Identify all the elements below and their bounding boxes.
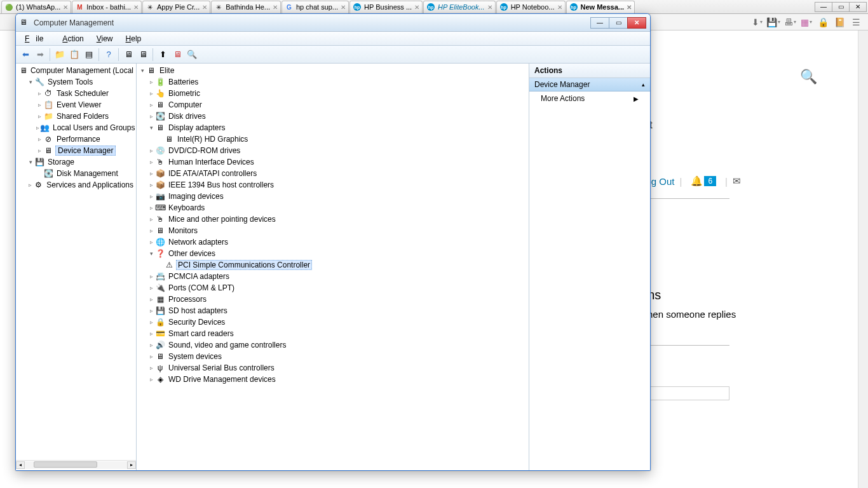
page-scrollbar[interactable]: [858, 30, 868, 488]
cm-minimize-button[interactable]: —: [590, 17, 609, 29]
device-item[interactable]: ⚠PCI Simple Communications Controller: [156, 259, 529, 271]
download-icon[interactable]: ⬇▾: [750, 16, 764, 29]
expand-icon[interactable]: ▹: [36, 136, 43, 142]
search-icon[interactable]: 🔍: [800, 69, 817, 85]
device-category[interactable]: ▹👆Biometric: [147, 88, 529, 99]
expand-icon[interactable]: ▹: [148, 376, 154, 383]
device-root[interactable]: ▾🖥Elite: [138, 65, 529, 76]
device-category[interactable]: ▹🔊Sound, video and game controllers: [147, 339, 529, 351]
device-category[interactable]: ▹🖥Computer: [147, 99, 529, 111]
tree-item-shared-folders[interactable]: ▹📁Shared Folders: [35, 111, 136, 122]
scan-button[interactable]: 🖥: [121, 48, 135, 62]
expand-icon[interactable]: ▹: [36, 90, 43, 97]
device-category[interactable]: ▾🖥Display adapters: [147, 122, 529, 133]
device-category[interactable]: ▹🖥Monitors: [147, 225, 529, 236]
device-category[interactable]: ▹📇PCMCIA adapters: [147, 271, 529, 282]
device-category[interactable]: ▹🖥System devices: [147, 351, 529, 362]
forward-button[interactable]: ➡: [33, 48, 47, 62]
print-icon[interactable]: 🖶▾: [783, 16, 797, 29]
device-category[interactable]: ▹🌐Network adapters: [147, 236, 529, 248]
browser-tab[interactable]: hpHP EliteBook...✕: [423, 1, 496, 13]
device-item[interactable]: 🖥Intel(R) HD Graphics: [156, 133, 529, 145]
cm-maximize-button[interactable]: ▭: [609, 17, 628, 29]
device-category[interactable]: ▹💳Smart card readers: [147, 328, 529, 339]
expand-icon[interactable]: ▹: [148, 205, 154, 211]
expand-icon[interactable]: ▾: [139, 67, 146, 74]
tab-close-icon[interactable]: ✕: [273, 4, 278, 11]
browser-tab[interactable]: hpHP Noteboo...✕: [496, 1, 566, 13]
menu-help[interactable]: Help: [119, 33, 148, 44]
browser-tab[interactable]: Ghp chat sup...✕: [281, 1, 349, 13]
device-category[interactable]: ▹📦IDE ATA/ATAPI controllers: [147, 168, 529, 179]
device-category[interactable]: ▹🖱Human Interface Devices: [147, 156, 529, 168]
grid-icon[interactable]: ▦▾: [799, 16, 813, 29]
menu-file[interactable]: File: [18, 33, 56, 44]
expand-icon[interactable]: ▾: [27, 79, 34, 85]
menu-icon[interactable]: ☰: [849, 16, 863, 29]
cm-close-button[interactable]: ✕: [627, 17, 646, 29]
browser-tab[interactable]: 🟢(1) WhatsAp...✕: [1, 1, 71, 13]
tab-close-icon[interactable]: ✕: [202, 4, 207, 11]
device-category[interactable]: ▹🖱Mice and other pointing devices: [147, 214, 529, 225]
expand-icon[interactable]: ▹: [148, 239, 154, 245]
expand-icon[interactable]: ▹: [148, 273, 154, 280]
device-category[interactable]: ▹⌨Keyboards: [147, 202, 529, 214]
expand-icon[interactable]: ▹: [36, 113, 43, 119]
uninstall-button[interactable]: 🖥: [170, 48, 184, 62]
device-category[interactable]: ▹▦Processors: [147, 294, 529, 305]
device-category[interactable]: ▹📦IEEE 1394 Bus host controllers: [147, 179, 529, 191]
expand-icon[interactable]: ▹: [148, 319, 154, 325]
expand-icon[interactable]: ▹: [36, 102, 43, 108]
more-actions-item[interactable]: More Actions ▶: [529, 92, 650, 105]
expand-icon[interactable]: ▹: [148, 170, 154, 177]
tree-system-tools[interactable]: ▾🔧System Tools: [26, 76, 136, 88]
device-category[interactable]: ▹🔒Security Devices: [147, 316, 529, 328]
tab-close-icon[interactable]: ✕: [341, 4, 346, 11]
expand-icon[interactable]: ▾: [148, 250, 154, 257]
browser-tab[interactable]: hpHP Business ...✕: [349, 1, 423, 13]
show-hide-tree-button[interactable]: 📋: [67, 48, 81, 62]
lock-icon[interactable]: 🔒: [816, 16, 830, 29]
device-category[interactable]: ▹💿DVD/CD-ROM drives: [147, 145, 529, 156]
expand-icon[interactable]: ▹: [148, 79, 154, 85]
tree-item-local-users-and-groups[interactable]: ▹👥Local Users and Groups: [35, 122, 136, 133]
device-category[interactable]: ▹🔌Ports (COM & LPT): [147, 282, 529, 294]
expand-icon[interactable]: ▾: [27, 159, 34, 165]
device-category[interactable]: ▹📷Imaging devices: [147, 191, 529, 202]
expand-icon[interactable]: ▹: [148, 113, 154, 119]
mail-icon[interactable]: ✉: [733, 175, 741, 187]
expand-icon[interactable]: ▹: [148, 342, 154, 348]
expand-icon[interactable]: ▾: [148, 125, 154, 131]
back-button[interactable]: ⬅: [18, 48, 32, 62]
up-button[interactable]: 📁: [53, 48, 67, 62]
device-category[interactable]: ▹💾SD host adapters: [147, 305, 529, 316]
os-maximize-button[interactable]: ▭: [832, 2, 850, 12]
actions-context[interactable]: Device Manager ▴: [529, 78, 650, 92]
cm-titlebar[interactable]: 🖥 Computer Management — ▭ ✕: [16, 14, 650, 32]
tree-item-task-scheduler[interactable]: ▹⏱Task Scheduler: [35, 88, 136, 99]
bookmark-icon[interactable]: 📔: [832, 16, 846, 29]
notification-bell[interactable]: 🔔 6: [691, 175, 716, 187]
tree-item-performance[interactable]: ▹⊘Performance: [35, 133, 136, 145]
expand-icon[interactable]: ▹: [148, 102, 154, 108]
menu-action[interactable]: Action: [56, 33, 90, 44]
tab-close-icon[interactable]: ✕: [414, 4, 419, 11]
tree-item-device-manager[interactable]: ▹🖥Device Manager: [35, 145, 136, 156]
os-close-button[interactable]: ✕: [849, 2, 867, 12]
tree-item-event-viewer[interactable]: ▹📋Event Viewer: [35, 99, 136, 111]
device-category[interactable]: ▹🔋Batteries: [147, 76, 529, 88]
scan-hardware-button[interactable]: 🔍: [185, 48, 199, 62]
tree-root[interactable]: 🖥Computer Management (Local: [17, 65, 136, 76]
left-horizontal-scrollbar[interactable]: ◂▸: [16, 460, 136, 469]
expand-icon[interactable]: ▹: [148, 216, 154, 222]
device-category[interactable]: ▹💽Disk drives: [147, 111, 529, 122]
expand-icon[interactable]: ▹: [148, 285, 154, 291]
tree-services[interactable]: ▹⚙Services and Applications: [26, 179, 136, 191]
os-minimize-button[interactable]: —: [815, 2, 832, 12]
device-category[interactable]: ▹ψUniversal Serial Bus controllers: [147, 362, 529, 374]
enable-button[interactable]: 🖥: [136, 48, 150, 62]
expand-icon[interactable]: ▹: [148, 296, 154, 302]
tree-item-disk-management[interactable]: 💽Disk Management: [35, 168, 136, 179]
menu-view[interactable]: View: [90, 33, 119, 44]
expand-icon[interactable]: ▹: [36, 125, 39, 131]
